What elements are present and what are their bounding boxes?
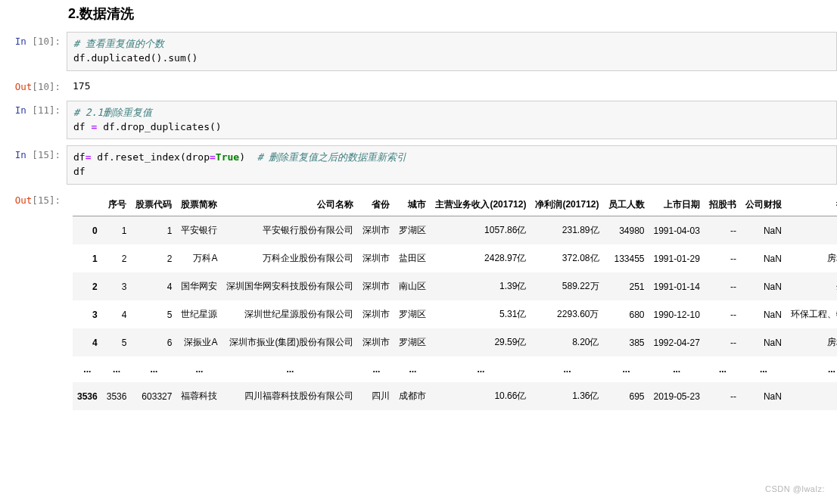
df-col-header: 序号 xyxy=(102,194,132,216)
df-col-header: 股票代码 xyxy=(131,194,176,216)
df-col-header: 主营业务收入(201712) xyxy=(431,194,531,216)
cell-prompt: In [10]: xyxy=(0,32,67,47)
cell-prompt: Out[10]: xyxy=(0,77,67,92)
output-text: 175 xyxy=(67,77,837,95)
df-col-header: 城市 xyxy=(394,194,431,216)
df-col-header: 上市日期 xyxy=(649,194,705,216)
table-row: 345世纪星源深圳世纪星源股份有限公司深圳市罗湖区5.31亿2293.60万68… xyxy=(73,300,837,328)
df-col-header: 公司财报 xyxy=(741,194,786,216)
df-col-header: 员工人数 xyxy=(604,194,649,216)
table-row: 35363536603327福蓉科技四川福蓉科技股份有限公司四川成都市10.66… xyxy=(73,382,837,410)
table-row: 122万科A万科企业股份有限公司深圳市盐田区2428.97亿372.08亿133… xyxy=(73,244,837,272)
df-col-header: 股票简称 xyxy=(176,194,222,216)
code-cell[interactable]: df= df.reset_index(drop=True) # 删除重复值之后的… xyxy=(67,145,837,185)
table-row: ........................................… xyxy=(73,356,837,382)
cell-prompt: In [11]: xyxy=(0,101,67,116)
section-heading: 2.数据清洗 xyxy=(68,5,837,23)
table-row: 456深振业A深圳市振业(集团)股份有限公司深圳市罗湖区29.59亿8.20亿3… xyxy=(73,328,837,356)
code-cell[interactable]: # 2.1删除重复值 df = df.drop_duplicates() xyxy=(67,101,837,140)
code-cell[interactable]: # 查看重复值的个数 df.duplicated().sum() xyxy=(67,32,837,71)
df-col-header: 省份 xyxy=(358,194,394,216)
output-dataframe: 序号股票代码股票简称公司名称省份城市主营业务收入(201712)净利润(2017… xyxy=(67,191,837,410)
df-col-header: 公司名称 xyxy=(222,194,358,216)
cell-prompt: In [15]: xyxy=(0,145,67,160)
cell-prompt: Out[15]: xyxy=(0,191,67,206)
table-row: 011平安银行平安银行股份有限公司深圳市罗湖区1057.86亿231.89亿34… xyxy=(73,216,837,245)
df-col-header: 招股书 xyxy=(705,194,741,216)
df-col-header: 行业分类 xyxy=(786,194,837,216)
notebook-slice: 2.数据清洗 In [10]:# 查看重复值的个数 df.duplicated(… xyxy=(0,5,837,416)
table-row: 234国华网安深圳国华网安科技股份有限公司深圳市南山区1.39亿589.22万2… xyxy=(73,272,837,300)
df-col-header xyxy=(73,194,102,216)
df-col-header: 净利润(201712) xyxy=(531,194,603,216)
